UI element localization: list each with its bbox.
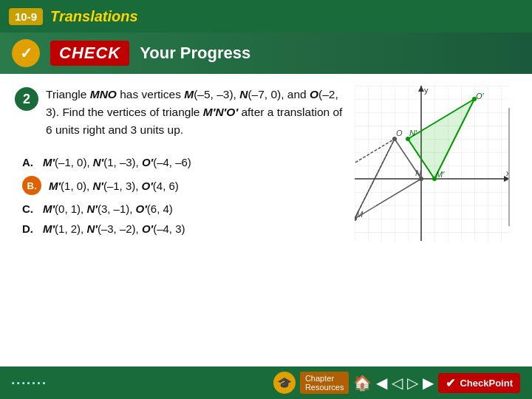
checkpoint-label: CheckPoint bbox=[460, 378, 513, 389]
home-button[interactable]: 🏠 bbox=[353, 374, 372, 392]
page-title: Translations bbox=[50, 8, 138, 25]
svg-point-19 bbox=[392, 137, 397, 141]
checkpoint-check-icon: ✔ bbox=[446, 376, 455, 390]
mascot-icon: 🎓 bbox=[273, 372, 296, 394]
letter-b: B. bbox=[22, 176, 41, 195]
svg-text:O′: O′ bbox=[476, 92, 485, 100]
answer-d[interactable]: D. M′(1, 2), N′(–3, –2), O′(–4, 3) bbox=[22, 219, 343, 239]
chapter-badge: 10-9 bbox=[9, 8, 43, 25]
letter-a: A. bbox=[22, 156, 35, 168]
next-button[interactable]: ▷ bbox=[407, 374, 418, 392]
prev-button[interactable]: ◁ bbox=[392, 374, 403, 392]
nav-left: ▪ ▪ ▪ ▪ ▪ ▪ ▪ bbox=[12, 378, 46, 387]
left-panel: 2 Triangle MNO has vertices M(–5, –3), N… bbox=[15, 86, 343, 359]
right-panel: x y M O N M′ N′ bbox=[355, 86, 517, 359]
letter-c: C. bbox=[22, 202, 35, 215]
svg-point-23 bbox=[472, 97, 477, 101]
answer-d-text: M′(1, 2), N′(–3, –2), O′(–4, 3) bbox=[43, 222, 185, 235]
svg-text:N: N bbox=[415, 168, 421, 177]
answer-c-text: M′(0, 1), N′(3, –1), O′(6, 4) bbox=[43, 202, 173, 215]
svg-text:y: y bbox=[424, 86, 429, 95]
back-button[interactable]: ◀ bbox=[376, 374, 387, 392]
forward-button[interactable]: ▶ bbox=[423, 374, 434, 392]
letter-d: D. bbox=[22, 222, 35, 235]
svg-point-21 bbox=[432, 177, 437, 181]
question-row: 2 Triangle MNO has vertices M(–5, –3), N… bbox=[15, 86, 343, 139]
question-number: 2 bbox=[15, 87, 38, 111]
svg-text:M′: M′ bbox=[436, 170, 445, 179]
bottom-bar: ▪ ▪ ▪ ▪ ▪ ▪ ▪ 🎓 ChapterResources 🏠 ◀ ◁ ▷… bbox=[0, 366, 532, 399]
answer-b[interactable]: B. M′(1, 0), N′(–1, 3), O′(4, 6) bbox=[22, 172, 343, 199]
svg-text:O: O bbox=[396, 129, 403, 137]
check-banner: ✓ CHECK Your Progress bbox=[0, 33, 532, 74]
svg-text:M: M bbox=[356, 210, 364, 219]
check-icon: ✓ bbox=[12, 39, 40, 67]
checkpoint-box[interactable]: ✔ CheckPoint bbox=[438, 373, 520, 393]
answer-b-text: M′(1, 0), N′(–1, 3), O′(4, 6) bbox=[49, 180, 179, 192]
chapter-resources-button[interactable]: ChapterResources bbox=[300, 372, 349, 394]
top-bar: 10-9 Translations bbox=[0, 0, 532, 33]
nav-right: 🎓 ChapterResources 🏠 ◀ ◁ ▷ ▶ ✔ CheckPoin… bbox=[273, 372, 520, 394]
separator-line bbox=[508, 108, 510, 226]
svg-point-20 bbox=[419, 177, 423, 181]
progress-text: Your Progress bbox=[140, 44, 250, 63]
answer-a-text: M′(–1, 0), N′(1, –3), O′(–4, –6) bbox=[43, 156, 191, 168]
answer-list: A. M′(–1, 0), N′(1, –3), O′(–4, –6) B. M… bbox=[15, 152, 343, 239]
answer-c[interactable]: C. M′(0, 1), N′(3, –1), O′(6, 4) bbox=[22, 199, 343, 219]
coordinate-graph: x y M O N M′ N′ bbox=[355, 86, 510, 248]
progress-dots: ▪ ▪ ▪ ▪ ▪ ▪ ▪ bbox=[12, 378, 46, 387]
check-label: CHECK bbox=[50, 41, 129, 66]
main-content: 2 Triangle MNO has vertices M(–5, –3), N… bbox=[0, 74, 532, 366]
answer-a[interactable]: A. M′(–1, 0), N′(1, –3), O′(–4, –6) bbox=[22, 152, 343, 172]
question-text: Triangle MNO has vertices M(–5, –3), N(–… bbox=[46, 86, 343, 139]
svg-point-22 bbox=[406, 137, 410, 141]
svg-text:N′: N′ bbox=[409, 129, 417, 137]
